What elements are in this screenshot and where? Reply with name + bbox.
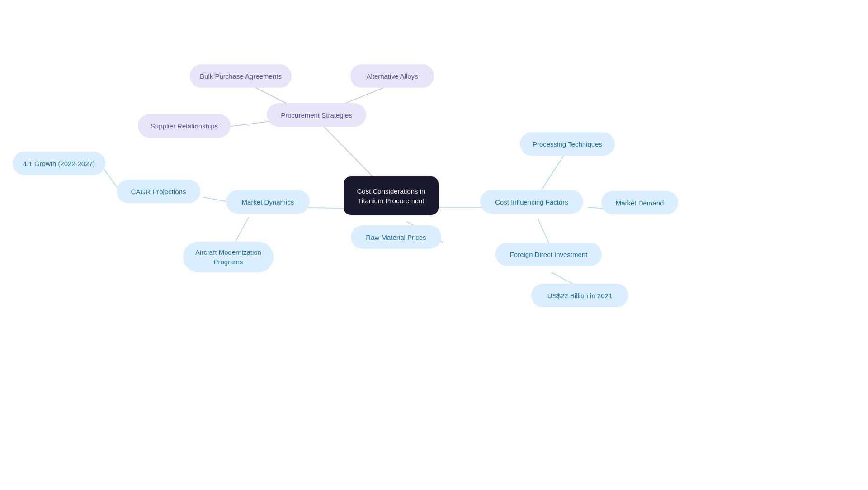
supplier-relationships-node: Supplier Relationships: [138, 114, 231, 138]
market-dynamics-label: Market Dynamics: [242, 197, 294, 207]
cost-influencing-factors-node: Cost Influencing Factors: [480, 190, 583, 214]
cagr-projections-label: CAGR Projections: [131, 187, 186, 196]
market-demand-label: Market Demand: [616, 198, 664, 208]
procurement-strategies-node: Procurement Strategies: [267, 103, 366, 127]
bulk-purchase-node: Bulk Purchase Agreements: [190, 64, 292, 88]
svg-line-10: [538, 150, 567, 195]
procurement-strategies-label: Procurement Strategies: [281, 110, 352, 120]
aircraft-modernization-node: Aircraft Modernization Programs: [183, 242, 274, 272]
aircraft-modernization-label: Aircraft Modernization Programs: [195, 247, 261, 266]
processing-techniques-node: Processing Techniques: [520, 132, 615, 156]
center-label: Cost Considerations in Titanium Procurem…: [357, 186, 425, 205]
foreign-direct-investment-node: Foreign Direct Investment: [495, 243, 602, 266]
center-node: Cost Considerations in Titanium Procurem…: [344, 176, 439, 215]
supplier-relationships-label: Supplier Relationships: [151, 121, 218, 131]
raw-material-label: Raw Material Prices: [366, 233, 426, 242]
cost-influencing-label: Cost Influencing Factors: [495, 197, 568, 207]
alternative-alloys-label: Alternative Alloys: [366, 71, 418, 81]
growth-2022-2027-node: 4.1 Growth (2022-2027): [13, 152, 105, 175]
us22-billion-node: US$22 Billion in 2021: [531, 284, 628, 307]
growth-label: 4.1 Growth (2022-2027): [23, 159, 95, 168]
cagr-projections-node: CAGR Projections: [117, 180, 200, 203]
market-demand-node: Market Demand: [601, 191, 678, 214]
us22-billion-label: US$22 Billion in 2021: [547, 291, 612, 300]
svg-line-7: [203, 197, 226, 201]
alternative-alloys-node: Alternative Alloys: [350, 64, 434, 88]
processing-techniques-label: Processing Techniques: [533, 139, 602, 149]
bulk-purchase-label: Bulk Purchase Agreements: [200, 71, 282, 81]
foreign-direct-label: Foreign Direct Investment: [510, 250, 588, 259]
raw-material-prices-node: Raw Material Prices: [351, 225, 441, 249]
market-dynamics-node: Market Dynamics: [226, 190, 310, 214]
